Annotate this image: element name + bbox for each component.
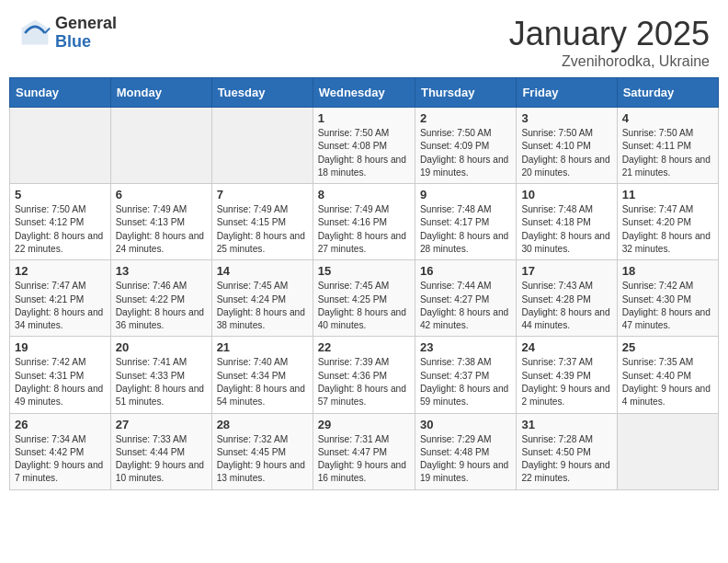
calendar-cell: 17Sunrise: 7:43 AM Sunset: 4:28 PM Dayli… [517,260,617,337]
day-info: Sunrise: 7:49 AM Sunset: 4:15 PM Dayligh… [217,203,308,256]
calendar-cell: 10Sunrise: 7:48 AM Sunset: 4:18 PM Dayli… [517,184,617,260]
col-sunday: Sunday [10,78,111,108]
day-number: 28 [217,418,308,431]
calendar-cell [617,413,718,489]
day-info: Sunrise: 7:42 AM Sunset: 4:30 PM Dayligh… [622,280,713,332]
day-number: 9 [420,188,511,201]
calendar-cell [110,108,211,184]
calendar-cell: 7Sunrise: 7:49 AM Sunset: 4:15 PM Daylig… [211,184,313,260]
calendar-cell: 29Sunrise: 7:31 AM Sunset: 4:47 PM Dayli… [313,413,415,489]
calendar-cell: 28Sunrise: 7:32 AM Sunset: 4:45 PM Dayli… [211,413,313,489]
calendar-cell: 18Sunrise: 7:42 AM Sunset: 4:30 PM Dayli… [617,260,718,337]
day-number: 17 [521,264,611,278]
col-tuesday: Tuesday [211,78,313,108]
logo-general-text: General [55,15,117,33]
day-number: 25 [622,340,713,354]
day-info: Sunrise: 7:48 AM Sunset: 4:17 PM Dayligh… [420,203,511,256]
calendar-cell: 27Sunrise: 7:33 AM Sunset: 4:44 PM Dayli… [110,413,211,489]
calendar-cell: 14Sunrise: 7:45 AM Sunset: 4:24 PM Dayli… [211,260,313,337]
title-area: January 2025 Zvenihorodka, Ukraine [509,15,710,70]
logo: General Blue [18,15,117,52]
day-number: 23 [420,340,511,354]
day-info: Sunrise: 7:33 AM Sunset: 4:44 PM Dayligh… [116,433,207,486]
col-thursday: Thursday [415,78,516,108]
calendar-cell: 5Sunrise: 7:50 AM Sunset: 4:12 PM Daylig… [10,184,111,260]
calendar-week-0: 1Sunrise: 7:50 AM Sunset: 4:08 PM Daylig… [10,108,719,184]
calendar-cell [211,108,313,184]
calendar-cell: 2Sunrise: 7:50 AM Sunset: 4:09 PM Daylig… [415,108,516,184]
day-info: Sunrise: 7:50 AM Sunset: 4:12 PM Dayligh… [15,203,106,256]
day-number: 16 [420,264,511,278]
day-number: 2 [420,111,511,125]
calendar-cell: 9Sunrise: 7:48 AM Sunset: 4:17 PM Daylig… [415,184,516,260]
header-row: Sunday Monday Tuesday Wednesday Thursday… [10,78,719,108]
day-number: 18 [622,264,713,278]
day-info: Sunrise: 7:29 AM Sunset: 4:48 PM Dayligh… [420,433,511,486]
calendar-week-4: 26Sunrise: 7:34 AM Sunset: 4:42 PM Dayli… [10,413,719,489]
day-number: 24 [521,340,611,354]
day-number: 10 [521,188,611,201]
day-number: 5 [15,188,106,201]
day-number: 26 [15,418,106,431]
calendar-cell: 16Sunrise: 7:44 AM Sunset: 4:27 PM Dayli… [415,260,516,337]
day-info: Sunrise: 7:38 AM Sunset: 4:37 PM Dayligh… [420,356,511,408]
calendar-cell: 30Sunrise: 7:29 AM Sunset: 4:48 PM Dayli… [415,413,516,489]
calendar-cell: 22Sunrise: 7:39 AM Sunset: 4:36 PM Dayli… [313,337,415,413]
col-wednesday: Wednesday [313,78,415,108]
calendar-week-1: 5Sunrise: 7:50 AM Sunset: 4:12 PM Daylig… [10,184,719,260]
calendar-cell: 12Sunrise: 7:47 AM Sunset: 4:21 PM Dayli… [10,260,111,337]
day-info: Sunrise: 7:40 AM Sunset: 4:34 PM Dayligh… [217,356,308,408]
day-number: 6 [116,188,207,201]
day-number: 4 [622,111,713,125]
logo-icon [18,17,51,50]
day-number: 20 [116,340,207,354]
calendar-cell: 23Sunrise: 7:38 AM Sunset: 4:37 PM Dayli… [415,337,516,413]
calendar-cell: 19Sunrise: 7:42 AM Sunset: 4:31 PM Dayli… [10,337,111,413]
day-info: Sunrise: 7:45 AM Sunset: 4:25 PM Dayligh… [318,280,410,332]
calendar-body: 1Sunrise: 7:50 AM Sunset: 4:08 PM Daylig… [10,108,719,490]
day-number: 19 [15,340,106,354]
day-info: Sunrise: 7:28 AM Sunset: 4:50 PM Dayligh… [521,433,611,486]
calendar-cell: 11Sunrise: 7:47 AM Sunset: 4:20 PM Dayli… [617,184,718,260]
col-monday: Monday [110,78,211,108]
day-info: Sunrise: 7:35 AM Sunset: 4:40 PM Dayligh… [622,356,713,408]
calendar-cell: 31Sunrise: 7:28 AM Sunset: 4:50 PM Dayli… [517,413,617,489]
day-info: Sunrise: 7:32 AM Sunset: 4:45 PM Dayligh… [217,433,308,486]
calendar-cell: 20Sunrise: 7:41 AM Sunset: 4:33 PM Dayli… [110,337,211,413]
day-info: Sunrise: 7:50 AM Sunset: 4:08 PM Dayligh… [318,127,410,179]
day-info: Sunrise: 7:39 AM Sunset: 4:36 PM Dayligh… [318,356,410,408]
day-number: 13 [116,264,207,278]
day-info: Sunrise: 7:34 AM Sunset: 4:42 PM Dayligh… [15,433,106,486]
day-number: 31 [521,418,611,431]
day-number: 1 [318,111,410,125]
col-saturday: Saturday [617,78,718,108]
calendar-header: Sunday Monday Tuesday Wednesday Thursday… [10,78,719,108]
day-info: Sunrise: 7:49 AM Sunset: 4:13 PM Dayligh… [116,203,207,256]
day-info: Sunrise: 7:49 AM Sunset: 4:16 PM Dayligh… [318,203,410,256]
day-number: 8 [318,188,410,201]
day-info: Sunrise: 7:50 AM Sunset: 4:09 PM Dayligh… [420,127,511,179]
day-number: 12 [15,264,106,278]
day-number: 22 [318,340,410,354]
day-info: Sunrise: 7:42 AM Sunset: 4:31 PM Dayligh… [15,356,106,408]
day-number: 15 [318,264,410,278]
day-number: 7 [217,188,308,201]
calendar-cell: 13Sunrise: 7:46 AM Sunset: 4:22 PM Dayli… [110,260,211,337]
day-info: Sunrise: 7:41 AM Sunset: 4:33 PM Dayligh… [116,356,207,408]
day-info: Sunrise: 7:47 AM Sunset: 4:21 PM Dayligh… [15,280,106,332]
day-number: 27 [116,418,207,431]
day-info: Sunrise: 7:46 AM Sunset: 4:22 PM Dayligh… [116,280,207,332]
day-info: Sunrise: 7:44 AM Sunset: 4:27 PM Dayligh… [420,280,511,332]
calendar-table: Sunday Monday Tuesday Wednesday Thursday… [9,77,719,490]
day-info: Sunrise: 7:50 AM Sunset: 4:10 PM Dayligh… [521,127,611,179]
day-info: Sunrise: 7:50 AM Sunset: 4:11 PM Dayligh… [622,127,713,179]
calendar-cell: 4Sunrise: 7:50 AM Sunset: 4:11 PM Daylig… [617,108,718,184]
location-title: Zvenihorodka, Ukraine [509,53,710,70]
day-number: 11 [622,188,713,201]
calendar-cell: 25Sunrise: 7:35 AM Sunset: 4:40 PM Dayli… [617,337,718,413]
calendar-cell [10,108,111,184]
day-info: Sunrise: 7:43 AM Sunset: 4:28 PM Dayligh… [521,280,611,332]
logo-text: General Blue [55,15,117,52]
day-info: Sunrise: 7:37 AM Sunset: 4:39 PM Dayligh… [521,356,611,408]
calendar-cell: 6Sunrise: 7:49 AM Sunset: 4:13 PM Daylig… [110,184,211,260]
